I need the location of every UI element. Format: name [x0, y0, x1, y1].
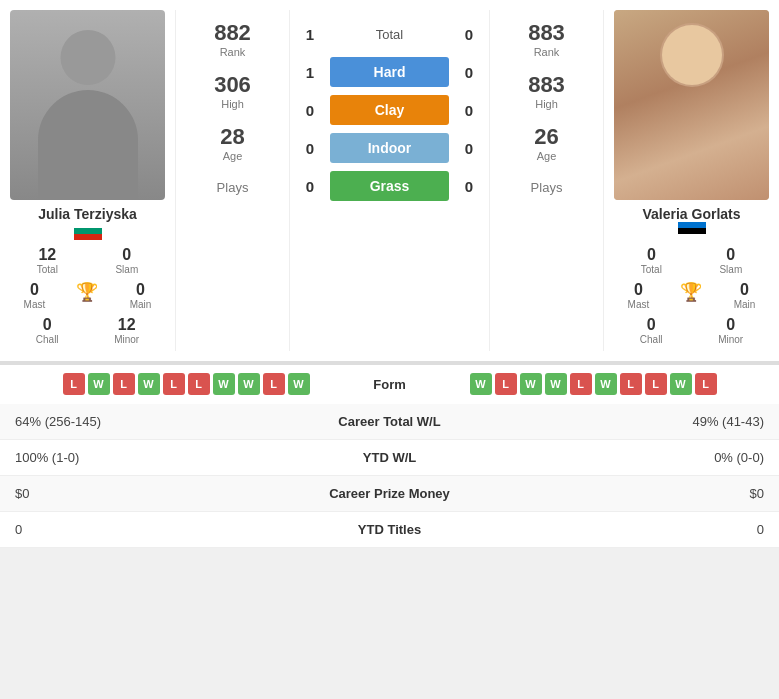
main-container: Julia Terziyska 12 Total 0 Slam	[0, 0, 779, 548]
total-row: 1 Total 0	[290, 20, 489, 49]
comparison-section: Julia Terziyska 12 Total 0 Slam	[0, 0, 779, 362]
left-player-flag	[74, 222, 102, 240]
stat-center: Career Total W/L	[268, 404, 511, 440]
form-section: LWLWLLWWLW Form WLWWLWLLWL	[0, 362, 779, 404]
stat-left: 64% (256-145)	[0, 404, 268, 440]
grass-button[interactable]: Grass	[330, 171, 449, 201]
form-badge-right: L	[645, 373, 667, 395]
right-player-stats: 0 Total 0 Slam 0 Mast 🏆	[604, 246, 779, 351]
stat-right: 49% (41-43)	[511, 404, 779, 440]
right-rank-box: 883 Rank	[528, 20, 565, 58]
left-total-stat: 12 Total	[37, 246, 58, 275]
clay-score-left: 0	[290, 102, 330, 119]
grass-score-left: 0	[290, 178, 330, 195]
left-age-box: 28 Age	[220, 124, 244, 162]
indoor-button[interactable]: Indoor	[330, 133, 449, 163]
left-player-card: Julia Terziyska 12 Total 0 Slam	[0, 10, 175, 351]
stat-right: 0	[511, 512, 779, 548]
left-player-photo	[10, 10, 165, 200]
stat-right: 0% (0-0)	[511, 440, 779, 476]
indoor-score-right: 0	[449, 140, 489, 157]
right-middle-stats: 883 Rank 883 High 26 Age Plays	[489, 10, 604, 351]
stats-table-row: 64% (256-145) Career Total W/L 49% (41-4…	[0, 404, 779, 440]
clay-button[interactable]: Clay	[330, 95, 449, 125]
left-plays-label: Plays	[217, 180, 249, 195]
left-minor-stat: 12 Minor	[114, 316, 139, 345]
form-badge-right: W	[595, 373, 617, 395]
indoor-score-left: 0	[290, 140, 330, 157]
total-score-right: 0	[449, 26, 489, 43]
total-button[interactable]: Total	[330, 20, 449, 49]
indoor-row: 0 Indoor 0	[290, 133, 489, 163]
right-player-flag	[678, 222, 706, 240]
form-badge-left: L	[63, 373, 85, 395]
right-total-stat: 0 Total	[641, 246, 662, 275]
form-badge-right: L	[620, 373, 642, 395]
right-player-photo	[614, 10, 769, 200]
form-badge-right: L	[570, 373, 592, 395]
form-badge-right: W	[520, 373, 542, 395]
hard-button[interactable]: Hard	[330, 57, 449, 87]
right-player-name: Valeria Gorlats	[642, 206, 740, 222]
left-trophy-icon: 🏆	[76, 281, 98, 310]
left-mast-stat: 0 Mast	[24, 281, 46, 310]
stat-center: YTD Titles	[268, 512, 511, 548]
left-player-name: Julia Terziyska	[38, 206, 137, 222]
stats-table-row: 0 YTD Titles 0	[0, 512, 779, 548]
form-badges-right: WLWWLWLLWL	[450, 373, 770, 395]
form-badge-left: W	[88, 373, 110, 395]
hard-row: 1 Hard 0	[290, 57, 489, 87]
right-trophy-icon: 🏆	[680, 281, 702, 310]
right-player-card: Valeria Gorlats 0 Total 0 Slam	[604, 10, 779, 351]
form-badge-left: W	[238, 373, 260, 395]
form-badge-right: W	[670, 373, 692, 395]
grass-score-right: 0	[449, 178, 489, 195]
stats-table: 64% (256-145) Career Total W/L 49% (41-4…	[0, 404, 779, 548]
stats-table-row: 100% (1-0) YTD W/L 0% (0-0)	[0, 440, 779, 476]
form-badge-left: L	[163, 373, 185, 395]
form-label: Form	[330, 377, 450, 392]
hard-score-right: 0	[449, 64, 489, 81]
left-middle-stats: 882 Rank 306 High 28 Age Plays	[175, 10, 290, 351]
form-badge-right: L	[695, 373, 717, 395]
left-stats-row3: 0 Chall 12 Minor	[8, 316, 167, 345]
form-row: LWLWLLWWLW Form WLWWLWLLWL	[10, 373, 769, 395]
stat-right: $0	[511, 476, 779, 512]
form-badge-right: W	[545, 373, 567, 395]
form-badge-left: W	[138, 373, 160, 395]
right-chall-stat: 0 Chall	[640, 316, 663, 345]
total-score-left: 1	[290, 26, 330, 43]
stat-left: 100% (1-0)	[0, 440, 268, 476]
right-plays-label: Plays	[531, 180, 563, 195]
form-badge-right: W	[470, 373, 492, 395]
stats-table-row: $0 Career Prize Money $0	[0, 476, 779, 512]
stat-left: 0	[0, 512, 268, 548]
form-badge-left: L	[188, 373, 210, 395]
right-stats-row3: 0 Chall 0 Minor	[612, 316, 771, 345]
left-slam-stat: 0 Slam	[115, 246, 138, 275]
left-rank-box: 882 Rank	[214, 20, 251, 58]
right-age-box: 26 Age	[534, 124, 558, 162]
form-badge-left: W	[288, 373, 310, 395]
left-player-stats: 12 Total 0 Slam 0 Mast 🏆	[0, 246, 175, 351]
right-mast-stat: 0 Mast	[628, 281, 650, 310]
right-stats-row1: 0 Total 0 Slam	[612, 246, 771, 275]
left-main-stat: 0 Main	[130, 281, 152, 310]
right-main-stat: 0 Main	[734, 281, 756, 310]
left-stats-row1: 12 Total 0 Slam	[8, 246, 167, 275]
right-slam-stat: 0 Slam	[719, 246, 742, 275]
clay-row: 0 Clay 0	[290, 95, 489, 125]
clay-score-right: 0	[449, 102, 489, 119]
form-badge-left: L	[113, 373, 135, 395]
right-high-box: 883 High	[528, 72, 565, 110]
left-chall-stat: 0 Chall	[36, 316, 59, 345]
right-minor-stat: 0 Minor	[718, 316, 743, 345]
form-badge-right: L	[495, 373, 517, 395]
stat-center: Career Prize Money	[268, 476, 511, 512]
stat-left: $0	[0, 476, 268, 512]
match-center: 1 Total 0 1 Hard 0 0 Clay 0 0 Indoor 0	[290, 10, 489, 351]
grass-row: 0 Grass 0	[290, 171, 489, 201]
right-stats-row2: 0 Mast 🏆 0 Main	[612, 281, 771, 310]
left-stats-row2: 0 Mast 🏆 0 Main	[8, 281, 167, 310]
stat-center: YTD W/L	[268, 440, 511, 476]
